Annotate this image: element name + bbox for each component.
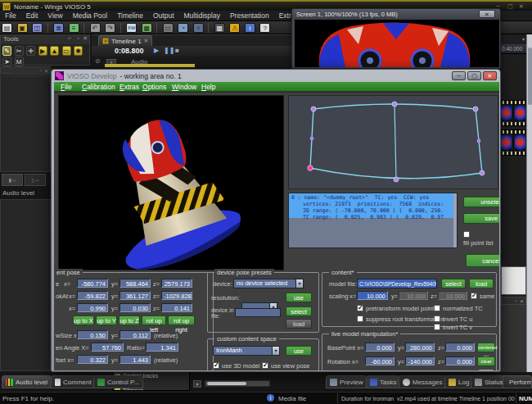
model-3d-view[interactable]: [58, 95, 284, 270]
pose-eye-z[interactable]: 2579.173: [161, 279, 192, 288]
rotation-z[interactable]: 0.000: [445, 356, 475, 365]
mesh-info-scrollbar[interactable]: [453, 193, 457, 247]
tab-control-panel[interactable]: Control P...: [93, 375, 143, 388]
device-use-button[interactable]: use: [286, 293, 312, 302]
mesh-info-selected-item[interactable]: 0 : name: "<dummy_root>" TC: yes CCW: ye…: [289, 193, 453, 218]
gear-tool-icon[interactable]: ✱: [74, 46, 83, 56]
dialog-minimize-icon[interactable]: ─: [452, 71, 466, 80]
pose-eye-y[interactable]: 588.464: [119, 279, 151, 288]
screen-setup-icon[interactable]: ⌗: [193, 23, 204, 33]
scaling-z[interactable]: 10.000: [438, 291, 467, 300]
use-3d-model-checkbox[interactable]: [213, 362, 219, 369]
tools-pin-icon[interactable]: ▫: [78, 35, 79, 41]
cursor-tool-icon[interactable]: ➤: [2, 57, 11, 66]
play-media-tool-icon[interactable]: ▶: [38, 46, 47, 56]
pose-lookat-y[interactable]: 361.127: [119, 291, 151, 300]
horizontal-scrollbar[interactable]: [205, 380, 270, 387]
tab-status[interactable]: Status: [471, 375, 507, 388]
timeline-icon[interactable]: ≡: [69, 23, 79, 33]
panel-pin-icon[interactable]: ▫: [40, 68, 42, 73]
scaling-x[interactable]: 10.000: [357, 291, 388, 300]
invert-tc-u-checkbox[interactable]: [434, 315, 440, 322]
dialog-titlebar[interactable]: VIOSO Develop - working area no. 1 ─ ▢ ✕: [52, 70, 500, 82]
pose-up-z[interactable]: 0.141: [161, 303, 192, 312]
up-to-z-button[interactable]: up to Z: [119, 315, 140, 325]
tab-messages[interactable]: Messages: [399, 375, 446, 388]
rotation-x[interactable]: -60.000: [365, 356, 394, 365]
viewsize-y[interactable]: 0.112: [119, 330, 151, 339]
dialog-menu-calibration[interactable]: Calibration: [82, 83, 115, 91]
dialog-menu-help[interactable]: Help: [201, 83, 215, 91]
invert-tc-u-row[interactable]: invert TC u: [434, 315, 473, 323]
pose-up-x[interactable]: 0.990: [77, 303, 108, 312]
dialog-menu-extras[interactable]: Extras: [119, 83, 139, 91]
dialog-menu-file[interactable]: File: [61, 83, 72, 91]
pan-tool-icon[interactable]: ✛: [26, 46, 35, 56]
timeline-tab-close-icon[interactable]: ✕: [144, 38, 149, 44]
ratio-value[interactable]: 1.341: [146, 343, 178, 352]
help-icon[interactable]: ?: [259, 23, 270, 33]
unselect-all-button[interactable]: unselect all: [463, 197, 499, 207]
tabbar-overflow-icon[interactable]: ▾: [522, 36, 525, 42]
chevron-down-icon[interactable]: ▾: [272, 347, 279, 355]
save-sel-button[interactable]: save sel: [463, 213, 499, 224]
menu-file[interactable]: File: [0, 11, 21, 20]
cut-tool-icon[interactable]: ✂: [15, 46, 24, 56]
tab-performance-monitor[interactable]: Performance monitor: [503, 375, 532, 388]
close-window-icon[interactable]: ✕: [519, 3, 524, 10]
rotation-y[interactable]: -140.000: [405, 356, 435, 365]
left-mini-tab-1[interactable]: ▮ ─: [2, 174, 23, 186]
offset-x[interactable]: 0.322: [77, 355, 108, 364]
tab-preview[interactable]: Preview: [326, 375, 367, 388]
menu-view[interactable]: View: [43, 11, 67, 20]
centered-xy-button[interactable]: centered xy: [477, 343, 495, 352]
menu-multidisplay[interactable]: Multidisplay: [179, 11, 225, 20]
menu-timeline[interactable]: Timeline: [112, 11, 148, 20]
film-strip-2[interactable]: [498, 129, 527, 156]
left-mini-tab-2[interactable]: ▯ ─: [25, 174, 46, 186]
use-3d-model-row[interactable]: use 3D model: [213, 361, 259, 370]
viewsize-x[interactable]: 0.150: [77, 330, 108, 339]
warning-icon[interactable]: ⚠: [229, 23, 240, 33]
device-load-button[interactable]: load: [286, 319, 312, 329]
same-row[interactable]: same: [471, 292, 494, 300]
image-icon[interactable]: ▦: [142, 23, 152, 33]
menu-presentation[interactable]: Presentation: [225, 11, 274, 20]
normalized-tc-checkbox[interactable]: [434, 305, 440, 311]
content-select-button[interactable]: select: [441, 279, 466, 288]
dialog-menu-options[interactable]: Options: [142, 83, 166, 91]
edit-tool-icon[interactable]: ✎: [2, 46, 11, 56]
new-file-icon[interactable]: ▤: [2, 23, 12, 33]
tab-comment[interactable]: Comment: [51, 375, 96, 388]
fill-point-list-row[interactable]: fill point list: [463, 230, 499, 247]
tab-tasks[interactable]: Tasks: [366, 375, 400, 388]
content-space-select[interactable]: IronManh ▾: [213, 346, 280, 356]
pose-lookat-z[interactable]: -1029.828: [161, 291, 192, 300]
pose-lookat-x[interactable]: -59.822: [77, 291, 108, 300]
scaling-y[interactable]: 10.000: [399, 291, 428, 300]
pose-up-y[interactable]: 0.030: [119, 303, 151, 312]
dialog-close-icon[interactable]: ✕: [483, 71, 497, 80]
info-icon[interactable]: i: [245, 23, 255, 33]
content-load-button[interactable]: load: [469, 279, 494, 288]
mesh-info-list[interactable]: 0 : name: "<dummy_root>" TC: yes CCW: ye…: [288, 193, 458, 248]
up-to-x-button[interactable]: up to X: [73, 315, 94, 325]
offset-y[interactable]: 1.443: [119, 355, 151, 364]
wireframe-view[interactable]: [288, 95, 498, 189]
play-icon[interactable]: ▶: [154, 47, 159, 54]
suppress-root-row[interactable]: suppress root transformation: [357, 315, 444, 323]
device-select[interactable]: no device selected ▾: [233, 279, 304, 288]
suppress-root-checkbox[interactable]: [357, 315, 363, 322]
rot-up-right-button[interactable]: rot up right: [168, 315, 195, 325]
same-checkbox[interactable]: [471, 293, 477, 299]
screen1-close-icon[interactable]: ✕: [479, 10, 495, 18]
chevron-down-icon[interactable]: ▾: [295, 279, 303, 288]
menu-media-pool[interactable]: Media Pool: [68, 11, 113, 20]
invert-tc-v-checkbox[interactable]: [434, 324, 440, 330]
mixer-tool-icon[interactable]: M: [15, 57, 24, 66]
cancel-button[interactable]: cancel: [466, 254, 499, 267]
h-scrollbar-thumb[interactable]: [207, 382, 246, 385]
dialog-menu-window[interactable]: Window: [172, 83, 196, 91]
maximize-window-icon[interactable]: ▢: [507, 3, 513, 10]
timeline-tab[interactable]: W Timeline 1 ✕: [98, 35, 152, 46]
